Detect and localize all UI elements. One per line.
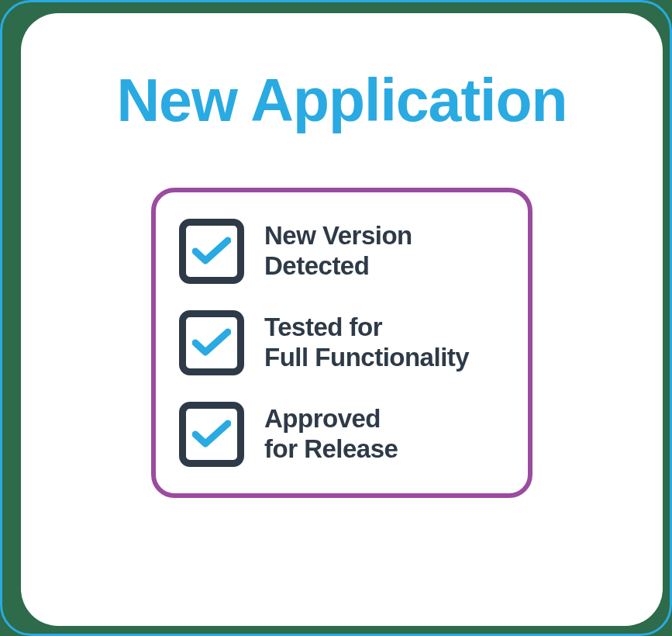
- check-item: New VersionDetected: [179, 219, 505, 284]
- check-item-label: Approvedfor Release: [264, 404, 398, 465]
- checklist-box: New VersionDetected Tested forFull Funct…: [151, 188, 532, 498]
- checkbox-checked-icon: [179, 402, 244, 467]
- outer-frame: New Application New VersionDetected Test…: [0, 0, 672, 636]
- check-item-label: Tested forFull Functionality: [264, 313, 469, 373]
- checkbox-checked-icon: [179, 310, 244, 375]
- checkbox-checked-icon: [179, 219, 244, 284]
- card: New Application New VersionDetected Test…: [21, 13, 663, 626]
- check-item-label: New VersionDetected: [264, 221, 412, 282]
- check-item: Approvedfor Release: [179, 402, 505, 467]
- page-title: New Application: [116, 66, 567, 135]
- check-item: Tested forFull Functionality: [179, 310, 505, 375]
